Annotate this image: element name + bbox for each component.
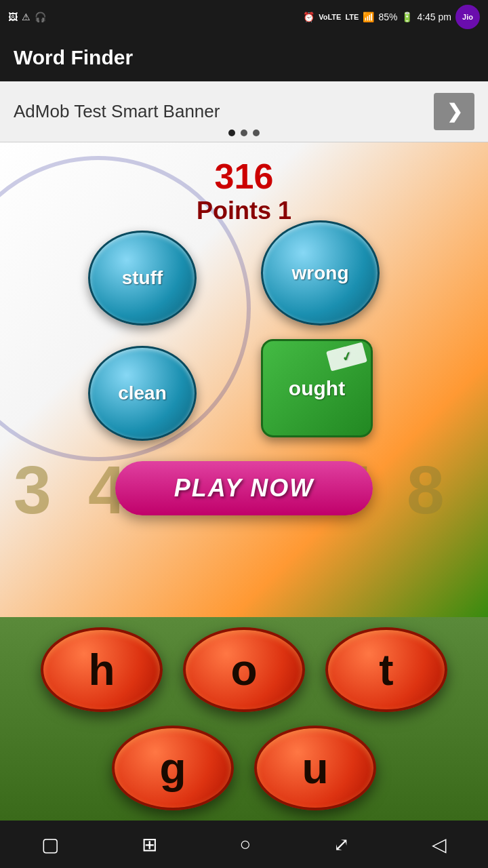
- score-display: 316 Points 1: [0, 156, 488, 225]
- nav-square-icon[interactable]: ▢: [41, 833, 59, 856]
- ad-banner: AdMob Test Smart Banner ❯: [0, 81, 488, 142]
- letter-row-1: h o t: [41, 627, 447, 712]
- alarm-icon: ⏰: [303, 12, 314, 22]
- word-bubble-ought[interactable]: ought ✓: [261, 339, 373, 437]
- letter-button-g[interactable]: g: [112, 726, 234, 810]
- letter-t: t: [379, 645, 393, 695]
- headset-icon: 🎧: [35, 12, 46, 22]
- ad-arrow-icon: ❯: [447, 100, 462, 123]
- word-stuff-label: stuff: [122, 267, 163, 289]
- letter-button-h[interactable]: h: [41, 627, 163, 712]
- word-wrong-label: wrong: [292, 262, 349, 284]
- ad-dots: [228, 130, 260, 136]
- letter-button-t[interactable]: t: [325, 627, 447, 712]
- letter-u: u: [302, 743, 328, 793]
- time-display: 4:45 pm: [417, 12, 451, 22]
- num-3: 3: [14, 451, 52, 529]
- ad-dot-2: [241, 130, 247, 136]
- nav-back-icon[interactable]: ◁: [432, 833, 447, 856]
- nav-home-icon[interactable]: ○: [240, 833, 251, 855]
- ad-arrow-button[interactable]: ❯: [434, 93, 474, 130]
- alert-icon: ⚠: [22, 12, 30, 22]
- ad-dot-3: [253, 130, 260, 136]
- status-left-icons: 🖼 ⚠ 🎧: [8, 12, 46, 22]
- battery-icon: 🔋: [401, 12, 413, 22]
- app-title: Word Finder: [14, 46, 133, 69]
- lte-icon: LTE: [345, 13, 359, 21]
- checkmark-icon: ✓: [326, 342, 367, 371]
- status-bar: 🖼 ⚠ 🎧 ⏰ VoLTE LTE 📶 85% 🔋 4:45 pm Jio: [0, 0, 488, 34]
- letter-h: h: [88, 645, 115, 695]
- signal-icon: 📶: [363, 12, 374, 22]
- letter-button-o[interactable]: o: [183, 627, 305, 712]
- word-bubble-stuff[interactable]: stuff: [88, 231, 197, 326]
- letter-button-u[interactable]: u: [254, 726, 376, 810]
- app-bar: Word Finder: [0, 34, 488, 81]
- nav-grid-icon[interactable]: ⊞: [142, 833, 157, 856]
- ad-dot-1: [228, 130, 235, 136]
- letter-row-2: g u: [112, 726, 376, 810]
- jio-avatar: Jio: [455, 5, 480, 29]
- word-ought-label: ought: [289, 377, 345, 400]
- nav-expand-icon[interactable]: ⤢: [333, 833, 349, 856]
- volte-label: VoLTE: [319, 13, 341, 21]
- battery-percent: 85%: [378, 12, 397, 22]
- letter-g: g: [159, 743, 186, 793]
- letter-o: o: [230, 645, 257, 695]
- play-now-label: PLAY NOW: [174, 474, 314, 502]
- ad-text: AdMob Test Smart Banner: [14, 101, 220, 122]
- word-clean-label: clean: [118, 382, 167, 404]
- play-now-button[interactable]: PLAY NOW: [115, 461, 373, 515]
- game-area: 3 4 5 6 7 8 316 Points 1 stuff wrong cle…: [0, 142, 488, 665]
- status-right-icons: ⏰ VoLTE LTE 📶 85% 🔋 4:45 pm Jio: [303, 5, 480, 29]
- letter-area: h o t g u: [0, 617, 488, 821]
- photo-icon: 🖼: [8, 12, 18, 22]
- word-bubble-clean[interactable]: clean: [88, 346, 197, 441]
- num-8: 8: [407, 451, 445, 529]
- bottom-nav: ▢ ⊞ ○ ⤢ ◁: [0, 821, 488, 868]
- word-bubble-wrong[interactable]: wrong: [261, 220, 380, 326]
- score-points: Points 1: [0, 197, 488, 225]
- score-number: 316: [0, 156, 488, 197]
